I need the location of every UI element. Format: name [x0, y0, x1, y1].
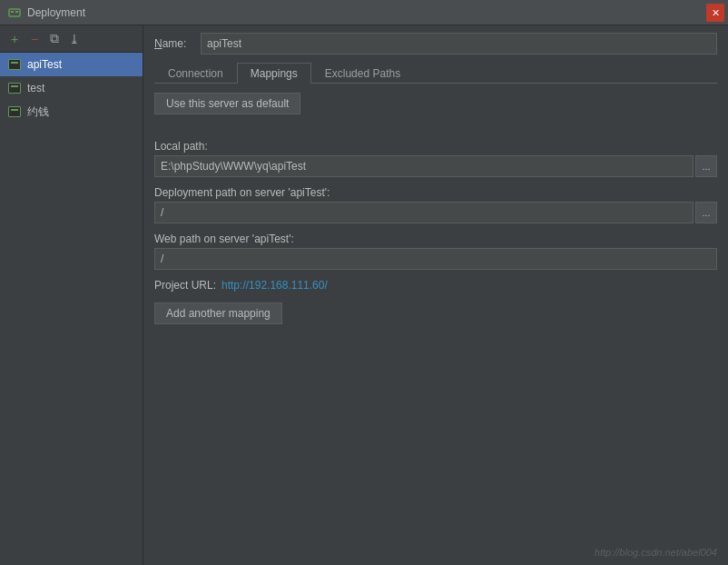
sidebar-toolbar: + − ⧉ ⤓ [0, 25, 143, 53]
main-layout: + − ⧉ ⤓ apiTest test 约钱 [0, 25, 728, 565]
name-input[interactable] [201, 33, 717, 55]
web-path-group: Web path on server 'apiTest': [154, 233, 717, 270]
tab-mappings[interactable]: Mappings [237, 63, 311, 84]
title-bar-icon [7, 5, 22, 20]
web-path-input-row [154, 248, 717, 270]
server-icon [7, 57, 22, 72]
sidebar-item-label: test [27, 82, 44, 94]
web-path-label: Web path on server 'apiTest': [154, 233, 717, 245]
name-label: Name: [154, 37, 195, 50]
sidebar-item-label: 约钱 [27, 104, 49, 120]
web-path-input[interactable] [154, 248, 717, 270]
sidebar: + − ⧉ ⤓ apiTest test 约钱 [0, 25, 143, 565]
add-mapping-button[interactable]: Add another mapping [154, 302, 282, 324]
deployment-path-group: Deployment path on server 'apiTest': ... [154, 186, 717, 223]
project-url-link[interactable]: http://192.168.111.60/ [221, 279, 328, 292]
deployment-path-label: Deployment path on server 'apiTest': [154, 186, 717, 199]
server-icon [7, 104, 22, 119]
close-button[interactable]: ✕ [706, 4, 724, 22]
add-server-button[interactable]: + [5, 30, 24, 48]
deployment-path-input[interactable] [154, 202, 694, 223]
project-url-label: Project URL: [154, 279, 216, 292]
watermark: http://blog.csdn.net/abel004 [595, 547, 717, 558]
deployment-path-input-row: ... [154, 202, 717, 223]
title-bar: Deployment ✕ [0, 0, 728, 25]
sidebar-item-test[interactable]: test [0, 76, 143, 100]
local-path-label: Local path: [154, 140, 717, 153]
server-icon [7, 81, 22, 95]
move-server-button[interactable]: ⤓ [65, 30, 84, 48]
project-url-row: Project URL: http://192.168.111.60/ [154, 279, 717, 292]
svg-rect-1 [11, 11, 14, 13]
title-bar-title: Deployment [27, 6, 721, 19]
local-path-group: Local path: ... [154, 140, 717, 177]
default-server-button[interactable]: Use this server as default [154, 93, 300, 114]
content-area: Name: Connection Mappings Excluded Paths… [143, 25, 728, 565]
local-path-browse-button[interactable]: ... [695, 155, 717, 177]
remove-server-button[interactable]: − [25, 30, 44, 48]
sidebar-item-apitest[interactable]: apiTest [0, 53, 143, 76]
svg-rect-0 [9, 9, 20, 16]
sidebar-item-label: apiTest [27, 58, 62, 71]
tabs: Connection Mappings Excluded Paths [154, 62, 717, 84]
svg-rect-2 [15, 11, 18, 13]
name-row: Name: [154, 33, 717, 55]
local-path-input[interactable] [154, 155, 694, 177]
add-mapping-row: Add another mapping [154, 302, 717, 324]
local-path-input-row: ... [154, 155, 717, 177]
deployment-path-browse-button[interactable]: ... [695, 202, 717, 223]
tab-excluded-paths[interactable]: Excluded Paths [311, 63, 414, 84]
sidebar-item-yuqian[interactable]: 约钱 [0, 100, 143, 124]
sidebar-list: apiTest test 约钱 [0, 53, 143, 565]
copy-server-button[interactable]: ⧉ [45, 30, 64, 48]
tab-connection[interactable]: Connection [154, 63, 237, 84]
